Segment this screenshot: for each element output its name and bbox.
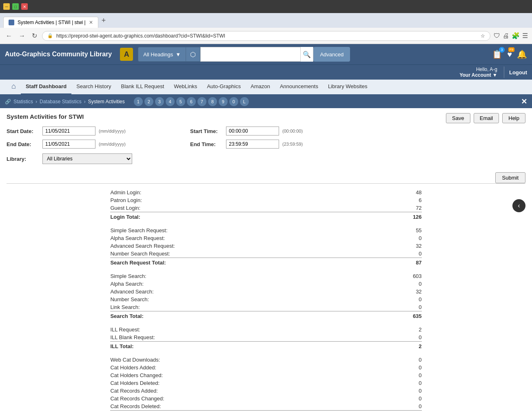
tab-close-button[interactable]: ✕ (89, 20, 93, 25)
nav-blank-ill[interactable]: Blank ILL Request (116, 79, 169, 95)
print-icon[interactable]: 🖨 (503, 32, 509, 40)
stat-value: 603 (406, 273, 422, 279)
main-nav: ⌂ Staff Dashboard Search History Blank I… (0, 80, 532, 95)
nav-amazon[interactable]: Amazon (246, 79, 275, 95)
nav-weblinks[interactable]: WebLinks (169, 79, 202, 95)
page-pill-7[interactable]: 7 (197, 97, 206, 106)
start-date-format: (mm/dd/yyyy) (99, 129, 126, 133)
stat-label: Cat Records Added: (110, 388, 157, 394)
breadcrumb-system-activities: System Activities (88, 99, 125, 104)
page-pill-1[interactable]: 1 (134, 97, 143, 106)
app-logo-text: Auto-Graphics Community Library (5, 51, 112, 58)
nav-announcements[interactable]: Announcements (275, 79, 323, 95)
breadcrumb-statistics[interactable]: Statistics (13, 99, 33, 104)
nav-search-history[interactable]: Search History (71, 79, 116, 95)
menu-icon[interactable]: ☰ (522, 32, 528, 40)
stat-value: 0 (406, 281, 422, 287)
stats-row: Cat Holders Added: 0 (110, 364, 421, 371)
app-header: Auto-Graphics Community Library A All He… (0, 44, 532, 64)
active-tab[interactable]: System Activities | STWI | stwi | ✕ (3, 17, 98, 28)
headings-dropdown[interactable]: All Headings ▼ (138, 47, 186, 62)
stat-value: 0 (406, 372, 422, 378)
stats-row: Number Search Request: 0 (110, 250, 421, 258)
account-bar: Hello, A-g Your Account ▼ Logout (0, 64, 532, 80)
refresh-button[interactable]: ↻ (30, 30, 39, 41)
database-icon[interactable]: ⬡ (186, 47, 200, 62)
nav-home[interactable]: ⌂ (7, 79, 21, 95)
stat-label: Alpha Search: (110, 281, 144, 287)
page-pill-3[interactable]: 3 (155, 97, 164, 106)
account-label: Your Account (459, 72, 491, 78)
page-pill-l[interactable]: L (240, 97, 249, 106)
start-time-input[interactable] (226, 127, 279, 136)
stats-row-total: Login Total: 126 (110, 213, 421, 221)
your-account-button[interactable]: Your Account ▼ (459, 72, 497, 78)
email-button[interactable]: Email (474, 113, 499, 123)
start-time-row: Start Time: (00:00:00) (190, 127, 374, 136)
stats-row: Advanced Search: 32 (110, 288, 421, 295)
forward-button[interactable]: → (17, 31, 27, 41)
stat-label: Advanced Search: (110, 289, 153, 295)
nav-library-websites[interactable]: Library Websites (323, 79, 372, 95)
stats-row: Simple Search Request: 55 (110, 227, 421, 234)
favorites-button[interactable]: ♥ F9 (507, 50, 512, 59)
page-pill-8[interactable]: 8 (208, 97, 217, 106)
stat-value: 2 (406, 327, 422, 333)
logout-button[interactable]: Logout (509, 69, 527, 76)
stat-label: Advanced Search Request: (110, 243, 175, 249)
stat-value: 635 (406, 313, 422, 319)
stat-value: 126 (406, 214, 422, 220)
page-pill-6[interactable]: 6 (187, 97, 196, 106)
end-date-format: (mm/dd/yyyy) (99, 142, 126, 147)
reports-button[interactable]: 📋 3 (492, 49, 502, 59)
breadcrumb-database-statistics[interactable]: Database Statistics (40, 99, 82, 104)
stat-value: 0 (406, 364, 422, 371)
stat-value: 55 (406, 227, 422, 233)
end-date-label: End Date: (7, 141, 39, 147)
address-bar[interactable]: 🔒 https://preprod-stwi-agent.auto-graphi… (42, 31, 490, 41)
save-button[interactable]: Save (446, 113, 470, 123)
search-bar: All Headings ▼ ⬡ 🔍 Advanced (138, 47, 350, 62)
page-pill-5[interactable]: 5 (176, 97, 185, 106)
notifications-button[interactable]: 🔔 (517, 49, 527, 59)
search-input[interactable] (201, 51, 300, 58)
extensions-icon[interactable]: 🧩 (512, 32, 520, 40)
end-time-row: End Time: (23:59:59) (190, 140, 374, 149)
stats-row: Cat Records Changed: 0 (110, 395, 421, 402)
stat-label: Cat Records Deleted: (110, 403, 161, 409)
back-button[interactable]: ← (4, 31, 14, 41)
stat-label: Login Total: (110, 214, 140, 220)
nav-staff-dashboard[interactable]: Staff Dashboard (21, 79, 71, 95)
stat-label: Link Search: (110, 304, 140, 310)
page-pill-9[interactable]: 9 (219, 97, 228, 106)
advanced-search-button[interactable]: Advanced (313, 47, 350, 62)
page-pill-2[interactable]: 2 (144, 97, 153, 106)
stat-value: 0 (406, 357, 422, 363)
new-tab-button[interactable]: + (98, 16, 109, 25)
search-button[interactable]: 🔍 (300, 47, 313, 62)
stat-value: 48 (406, 189, 422, 196)
account-section: Hello, A-g Your Account ▼ Logout (459, 67, 527, 78)
stat-label: Cat Holders Deleted: (110, 380, 160, 386)
stats-row-total: ILL Total: 2 (110, 342, 421, 350)
maximize-button[interactable]: □ (12, 3, 19, 10)
start-date-input[interactable] (42, 127, 95, 136)
tab-favicon (9, 20, 14, 25)
stats-row: Number Search: 0 (110, 295, 421, 303)
hello-text: Hello, A-g (459, 67, 497, 72)
close-button[interactable]: ✕ (21, 3, 28, 10)
end-date-input[interactable] (42, 140, 95, 149)
close-button[interactable]: ✕ (521, 97, 527, 106)
library-select[interactable]: All Libraries (42, 153, 132, 164)
end-time-input[interactable] (226, 140, 279, 149)
bookmark-icon[interactable]: ☆ (481, 33, 485, 39)
minimize-button[interactable]: ─ (3, 3, 10, 10)
help-button[interactable]: Help (502, 113, 525, 123)
stats-section: Admin Login: 48 Patron Login: 6 Guest Lo… (7, 183, 525, 411)
nav-auto-graphics[interactable]: Auto-Graphics (202, 79, 246, 95)
submit-button[interactable]: Submit (495, 172, 525, 183)
page-pill-0[interactable]: 0 (229, 97, 238, 106)
side-arrow-button[interactable]: ‹ (512, 199, 525, 212)
page-pill-4[interactable]: 4 (166, 97, 175, 106)
shield-icon[interactable]: 🛡 (494, 32, 500, 40)
